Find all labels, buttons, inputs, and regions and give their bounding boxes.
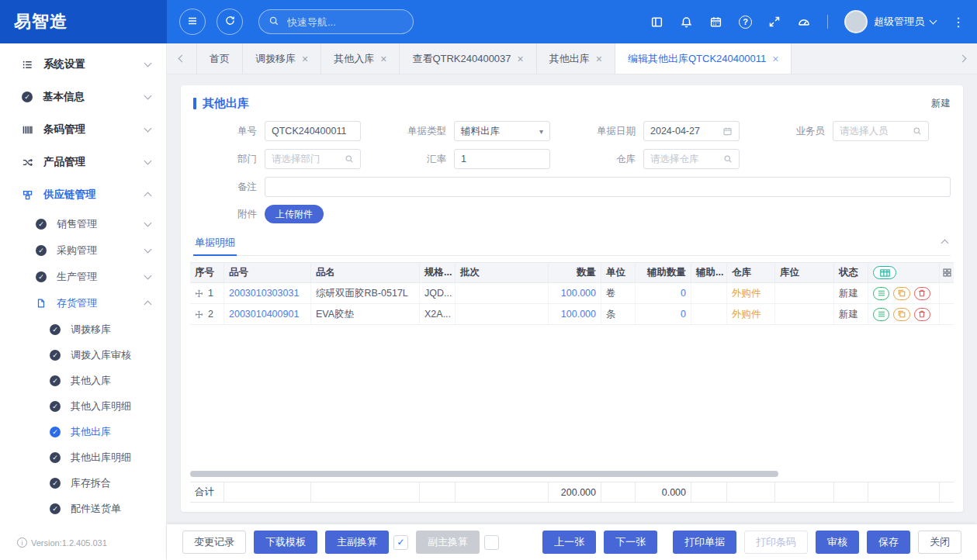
tab-document-detail[interactable]: 单据明细 (193, 230, 237, 255)
print-barcode-button[interactable]: 打印条码 (744, 531, 808, 554)
sidebar-item-inventory-mgmt[interactable]: 存货管理 (0, 290, 166, 316)
bell-icon[interactable] (680, 16, 693, 29)
print-doc-button[interactable]: 打印单据 (673, 531, 736, 554)
sidebar-item-basic-info[interactable]: 基本信息 (0, 81, 166, 113)
sidebar-item-barcode-mgmt[interactable]: 条码管理 (0, 113, 166, 146)
sidebar-item-other-outbound-detail[interactable]: 其他出库明细 (0, 444, 166, 470)
tab-other-inbound[interactable]: 其他入库 (321, 43, 400, 74)
row-detail-icon[interactable] (873, 308, 889, 321)
row-delete-icon[interactable] (914, 287, 930, 300)
tab-close-icon[interactable] (518, 54, 524, 64)
sidebar-item-sales-mgmt[interactable]: 销售管理 (0, 211, 166, 237)
cell-warehouse[interactable]: 外购件 (727, 304, 775, 324)
cell-warehouse[interactable]: 外购件 (727, 283, 775, 303)
search-icon[interactable] (345, 154, 354, 164)
sidebar-item-label: 系统设置 (43, 57, 85, 71)
tab-home[interactable]: 首页 (196, 43, 243, 74)
next-doc-button[interactable]: 下一张 (604, 531, 657, 554)
sidebar-item-stock-split-merge[interactable]: 库存拆合 (0, 470, 166, 496)
sidebar-item-system-settings[interactable]: 系统设置 (0, 48, 166, 81)
collapse-menu-button[interactable] (179, 9, 206, 35)
row-copy-icon[interactable] (893, 287, 909, 300)
doc-no-field[interactable] (265, 121, 361, 141)
layout-panel-icon[interactable] (650, 16, 663, 29)
row-delete-icon[interactable] (914, 308, 930, 321)
table-view-toggle-icon[interactable] (873, 266, 896, 279)
cell-status: 新建 (834, 304, 868, 324)
cell-aux-qty[interactable]: 0 (636, 304, 691, 324)
tab-close-icon[interactable] (380, 54, 386, 64)
sidebar-item-other-outbound[interactable]: 其他出库 (0, 419, 166, 444)
main-sub-convert-checkbox[interactable] (393, 535, 408, 550)
sidebar-item-production-mgmt[interactable]: 生产管理 (0, 264, 166, 290)
prev-doc-button[interactable]: 上一张 (542, 531, 596, 554)
audit-button[interactable]: 审核 (816, 531, 859, 554)
horizontal-scrollbar[interactable] (190, 471, 778, 477)
cell-qty[interactable]: 100.000 (549, 283, 601, 303)
table-total-row: 合计 200.000 0.000 (190, 482, 954, 503)
tab-edit-qtck-active[interactable]: 编辑其他出库QTCK240400011 (615, 43, 792, 74)
warehouse-field[interactable] (643, 149, 740, 169)
fullscreen-icon[interactable] (768, 16, 781, 28)
more-options-icon[interactable] (952, 15, 965, 29)
download-template-button[interactable]: 下载模板 (254, 531, 317, 554)
sub-main-convert-checkbox[interactable] (484, 535, 499, 550)
remark-field[interactable] (265, 177, 951, 197)
tab-close-icon[interactable] (302, 54, 308, 64)
calendar-icon[interactable] (709, 16, 722, 29)
doc-type-select[interactable]: 辅料出库 (454, 121, 550, 141)
sidebar-item-other-inbound[interactable]: 其他入库 (0, 368, 166, 393)
row-copy-icon[interactable] (893, 308, 909, 321)
item-no-link[interactable]: 2003010303031 (229, 288, 299, 299)
quick-search[interactable] (258, 9, 414, 34)
hamburger-icon (186, 15, 199, 29)
change-log-button[interactable]: 变更记录 (182, 531, 246, 554)
col-status: 状态 (834, 263, 868, 282)
drag-handle-icon[interactable] (195, 289, 203, 298)
salesman-field[interactable] (833, 121, 929, 141)
tab-close-icon[interactable] (772, 54, 778, 64)
row-detail-icon[interactable] (873, 287, 889, 300)
upload-attachment-button[interactable]: 上传附件 (265, 205, 324, 223)
item-no-link[interactable]: 2003010400901 (229, 309, 299, 320)
sidebar-item-supply-chain[interactable]: 供应链管理 (0, 178, 166, 211)
drag-handle-icon[interactable] (195, 310, 203, 319)
tab-transfer-move[interactable]: 调拨移库 (243, 43, 321, 74)
sidebar-item-label: 其他出库 (71, 425, 111, 439)
sidebar-item-label: 存货管理 (57, 296, 97, 310)
cell-item-name: 综研双面胶RB-0517L (311, 283, 420, 303)
sidebar-item-transfer-in-audit[interactable]: 调拨入库审核 (0, 342, 166, 368)
tabs-scroll-right[interactable] (948, 43, 977, 74)
column-settings-icon[interactable] (942, 268, 952, 278)
sidebar-item-parts-delivery[interactable]: 配件送货单 (0, 496, 166, 521)
new-button[interactable]: 新建 (931, 97, 951, 110)
tabs-scroll-left[interactable] (167, 43, 196, 74)
sidebar-item-purchase-mgmt[interactable]: 采购管理 (0, 237, 166, 264)
user-menu[interactable]: 超级管理员 (844, 10, 936, 33)
doc-date-field[interactable]: 2024-04-27 (643, 121, 740, 141)
cell-qty[interactable]: 100.000 (549, 304, 601, 324)
dashboard-icon[interactable] (797, 15, 811, 29)
department-field[interactable] (265, 149, 361, 169)
table-row: 2 2003010400901 EVA胶垫 X2A... 100.000 条 0… (190, 304, 954, 325)
search-icon[interactable] (723, 154, 733, 164)
quick-search-input[interactable] (286, 16, 394, 29)
sub-main-convert-button[interactable]: 副主换算 (416, 531, 480, 554)
main-area: 首页 调拨移库 其他入库 查看QTRK240400037 其他出库 (167, 43, 977, 560)
collapse-panel-button[interactable] (939, 233, 951, 251)
close-button[interactable]: 关闭 (918, 531, 961, 554)
save-button[interactable]: 保存 (867, 531, 910, 554)
tab-close-icon[interactable] (596, 54, 602, 64)
sidebar-item-product-mgmt[interactable]: 产品管理 (0, 146, 166, 178)
search-icon[interactable] (913, 126, 922, 136)
tab-other-outbound[interactable]: 其他出库 (537, 43, 615, 74)
help-icon[interactable]: ? (739, 16, 752, 29)
sidebar-item-transfer-move[interactable]: 调拨移库 (0, 316, 166, 342)
main-sub-convert-button[interactable]: 主副换算 (325, 531, 389, 554)
refresh-button[interactable] (217, 9, 243, 35)
cell-aux-qty[interactable]: 0 (636, 283, 691, 303)
exchange-rate-field[interactable] (454, 149, 550, 169)
calendar-icon[interactable] (722, 126, 733, 137)
sidebar-item-other-inbound-detail[interactable]: 其他入库明细 (0, 393, 166, 419)
tab-view-qtrk[interactable]: 查看QTRK240400037 (400, 43, 536, 74)
